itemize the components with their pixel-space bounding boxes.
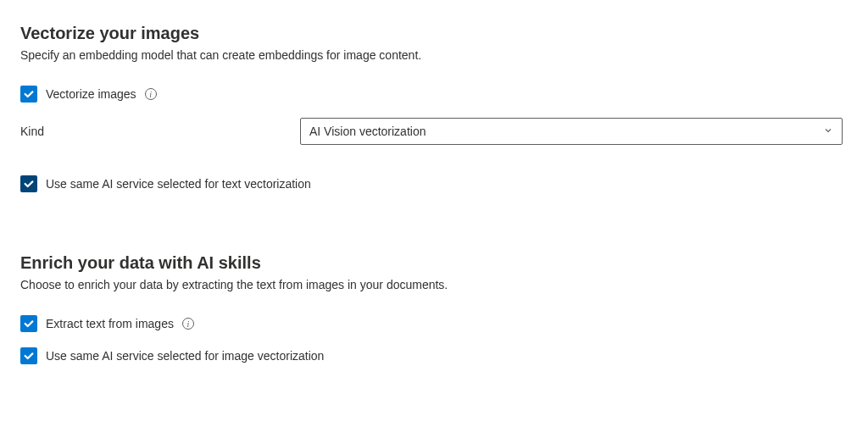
enrich-data-title: Enrich your data with AI skills <box>20 253 848 273</box>
chevron-down-icon <box>823 125 833 138</box>
same-text-service-label: Use same AI service selected for text ve… <box>46 177 311 191</box>
vectorize-images-checkbox-label: Vectorize images <box>46 87 136 101</box>
vectorize-images-desc: Specify an embedding model that can crea… <box>20 48 848 62</box>
info-icon[interactable]: i <box>182 318 194 330</box>
same-image-service-label: Use same AI service selected for image v… <box>46 349 324 363</box>
vectorize-images-checkbox-row: Vectorize images i <box>20 86 848 103</box>
vectorize-images-checkbox[interactable] <box>20 86 37 103</box>
kind-field-row: Kind AI Vision vectorization <box>20 118 848 145</box>
kind-select[interactable]: AI Vision vectorization <box>300 118 843 145</box>
extract-text-row: Extract text from images i <box>20 315 848 332</box>
enrich-data-section: Enrich your data with AI skills Choose t… <box>20 253 848 364</box>
same-image-service-row: Use same AI service selected for image v… <box>20 347 848 364</box>
kind-select-value: AI Vision vectorization <box>309 125 426 138</box>
same-text-service-checkbox[interactable] <box>20 175 37 192</box>
same-image-service-checkbox[interactable] <box>20 347 37 364</box>
kind-label: Kind <box>20 125 300 138</box>
extract-text-checkbox[interactable] <box>20 315 37 332</box>
enrich-data-desc: Choose to enrich your data by extracting… <box>20 278 848 291</box>
vectorize-images-title: Vectorize your images <box>20 24 848 43</box>
vectorize-images-section: Vectorize your images Specify an embeddi… <box>20 24 848 192</box>
extract-text-label: Extract text from images <box>46 317 174 330</box>
info-icon[interactable]: i <box>145 88 157 100</box>
same-text-service-row: Use same AI service selected for text ve… <box>20 175 848 192</box>
